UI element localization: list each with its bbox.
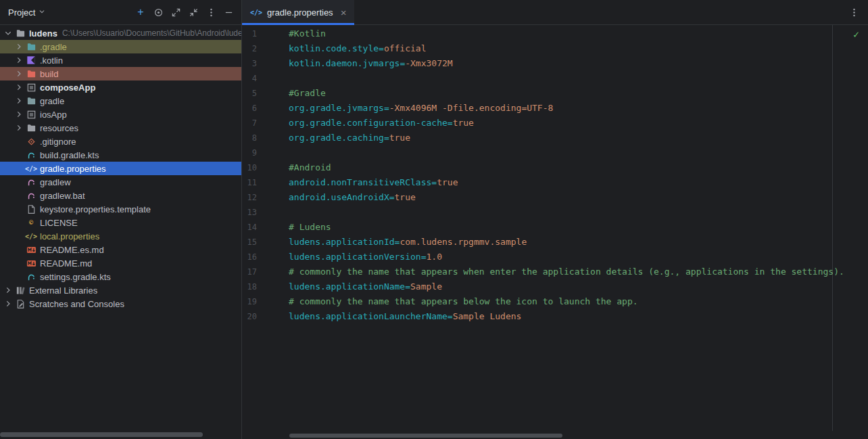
tree-item-gradlew[interactable]: gradlew [0,175,241,189]
add-icon[interactable]: + [135,6,147,18]
chevron-right-icon[interactable] [3,285,14,296]
tree-item-label: build [40,69,58,79]
tree-item-label: settings.gradle.kts [40,272,111,282]
code-line[interactable]: 13 [242,205,868,220]
code-line[interactable]: 17# commonly the name that appears when … [242,264,868,279]
tree-item-build[interactable]: build [0,67,241,80]
code-line[interactable]: 19# commonly the name that appears below… [242,294,868,309]
chevron-right-icon[interactable] [14,122,24,133]
line-number[interactable]: 8 [242,131,257,145]
line-number[interactable]: 18 [242,279,257,294]
code-text: kotlin.code.style=official [257,41,427,56]
line-number[interactable]: 3 [242,56,257,71]
project-toolwindow-title[interactable]: Project [8,7,46,18]
tree-item-gradle[interactable]: .gradle [0,40,241,53]
tree-item-readme-es-md[interactable]: README.es.md [0,243,241,256]
tree-item-gradle[interactable]: gradle [0,94,241,108]
line-number[interactable]: 14 [242,220,257,235]
chevron-right-icon[interactable] [14,41,24,52]
tree-item-resources[interactable]: resources [0,121,241,135]
tree-item-settings-gradle-kts[interactable]: settings.gradle.kts [0,270,241,283]
tree-item-gitignore[interactable]: .gitignore [0,135,241,148]
code-line[interactable]: 1#Kotlin [242,26,868,41]
chevron-down-icon[interactable] [3,28,14,39]
chevron-right-icon[interactable] [14,82,24,93]
folder-icon [26,68,37,79]
code-line[interactable]: 2kotlin.code.style=official [242,41,868,56]
line-number[interactable]: 7 [242,116,257,131]
tree-item-gradlew-bat[interactable]: gradlew.bat [0,189,241,202]
code-line[interactable]: 10#Android [242,160,868,175]
tree-item-keystore-properties-template[interactable]: keystore.properties.template [0,202,241,216]
line-number[interactable]: 20 [242,309,257,324]
code-line[interactable]: 8org.gradle.caching=true [242,131,868,145]
project-root-name: ludens [29,28,57,39]
line-number[interactable]: 19 [242,294,257,309]
line-number[interactable]: 17 [242,264,257,279]
hide-toolwindow-icon[interactable] [222,6,235,18]
expand-icon[interactable] [170,6,182,18]
line-number[interactable]: 12 [242,190,257,205]
line-number[interactable]: 4 [242,71,257,86]
line-number[interactable]: 16 [242,250,257,264]
tree-root-item[interactable]: ludens C:\Users\Usuario\Documents\GitHub… [0,26,241,40]
tree-item-label: iosApp [40,110,67,120]
editor-more-options-icon[interactable] [848,6,860,18]
code-line[interactable]: 3kotlin.daemon.jvmargs=-Xmx3072M [242,56,868,71]
code-line[interactable]: 7org.gradle.configuration-cache=true [242,116,868,131]
tree-item-label: build.gradle.kts [40,150,99,160]
inspections-ok-icon[interactable]: ✓ [853,28,859,41]
code-line[interactable]: 18ludens.applicationName=Sample [242,279,868,294]
code-line[interactable]: 9 [242,145,868,160]
tree-item-license[interactable]: ©LICENSE [0,216,241,229]
editor-tab-bar: </> gradle.properties × [242,0,840,24]
code-area: 1#Kotlin2kotlin.code.style=official3kotl… [242,26,868,324]
code-line[interactable]: 12android.useAndroidX=true [242,190,868,205]
line-number[interactable]: 6 [242,101,257,116]
tree-item-label: gradle [40,96,64,106]
line-number[interactable]: 2 [242,41,257,56]
code-text: org.gradle.configuration-cache=true [257,116,474,131]
tree-item-gradle-properties[interactable]: </>gradle.properties [0,162,241,175]
tree-item-scratches-and-consoles[interactable]: Scratches and Consoles [0,297,241,310]
code-line[interactable]: 14# Ludens [242,220,868,235]
code-line[interactable]: 4 [242,71,868,86]
code-line[interactable]: 11android.nonTransitiveRClass=true [242,175,868,190]
line-number[interactable]: 15 [242,235,257,250]
close-tab-icon[interactable]: × [341,7,347,18]
code-line[interactable]: 6org.gradle.jvmargs=-Xmx4096M -Dfile.enc… [242,101,868,116]
locate-file-icon[interactable] [152,6,164,18]
line-number[interactable]: 10 [242,160,257,175]
tree-item-external-libraries[interactable]: External Libraries [0,283,241,297]
tree-item-readme-md[interactable]: README.md [0,256,241,270]
tree-item-build-gradle-kts[interactable]: build.gradle.kts [0,148,241,162]
line-number[interactable]: 13 [242,205,257,220]
more-options-icon[interactable] [205,6,217,18]
line-number[interactable]: 11 [242,175,257,190]
tree-item-composeapp[interactable]: composeApp [0,80,241,94]
file-icon [26,204,37,214]
chevron-right-icon[interactable] [14,68,24,79]
chevron-right-icon[interactable] [14,55,24,66]
tree-item-local-properties[interactable]: </>local.properties [0,229,241,243]
line-number[interactable]: 9 [242,145,257,160]
code-line[interactable]: 5#Gradle [242,86,868,101]
chevron-right-icon[interactable] [14,109,24,120]
line-number[interactable]: 5 [242,86,257,101]
code-line[interactable]: 16ludens.applicationVersion=1.0 [242,250,868,264]
code-line[interactable]: 15ludens.applicationId=com.ludens.rpgmmv… [242,235,868,250]
tree-horizontal-scrollbar[interactable] [0,432,203,437]
editor-pane[interactable]: 1#Kotlin2kotlin.code.style=official3kotl… [242,25,868,439]
tree-item-iosapp[interactable]: iosApp [0,108,241,121]
line-number[interactable]: 1 [242,26,257,41]
chevron-right-icon[interactable] [3,298,14,309]
properties-icon: </> [26,231,37,241]
collapse-icon[interactable] [187,6,199,18]
chevron-right-icon[interactable] [14,95,24,106]
editor-horizontal-scrollbar[interactable] [289,434,562,438]
tree-item-kotlin[interactable]: .kotlin [0,53,241,67]
code-line[interactable]: 20ludens.applicationLauncherName=Sample … [242,309,868,324]
editor-tab-gradle-properties[interactable]: </> gradle.properties × [242,0,354,24]
tree-item-label: local.properties [40,231,99,241]
tree-item-label: README.es.md [40,245,104,255]
